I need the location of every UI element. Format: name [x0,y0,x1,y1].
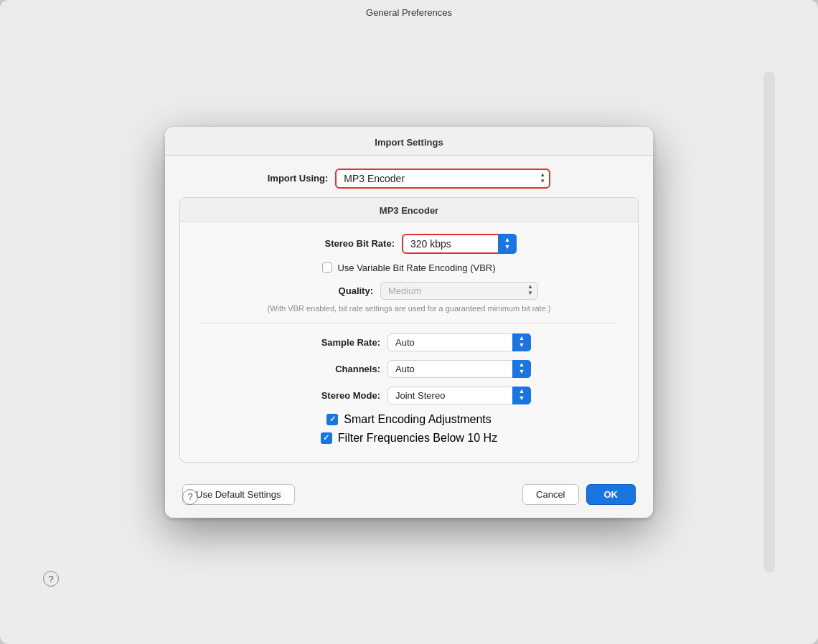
dialog-title: Import Settings [165,127,653,156]
channels-row: Channels: Auto Mono Stereo ▲ ▼ [202,360,616,378]
quality-label: Quality: [280,285,373,296]
sample-rate-select-wrapper: Auto 8.000 kHz 11.025 kHz 22.050 kHz 44.… [387,333,531,351]
import-using-label: Import Using: [268,173,329,184]
sample-rate-row: Sample Rate: Auto 8.000 kHz 11.025 kHz 2… [202,333,616,351]
vbr-note: (With VBR enabled, bit rate settings are… [202,304,616,313]
filter-frequencies-row: Filter Frequencies Below 10 Hz [202,432,616,445]
quality-select[interactable]: Medium Low High Highest [380,282,538,300]
vbr-row: Use Variable Bit Rate Encoding (VBR) [202,262,616,273]
quality-select-wrapper: Medium Low High Highest ▲ ▼ [380,282,538,300]
stereo-bit-rate-select-wrapper: 320 kbps 256 kbps 192 kbps 128 kbps ▲ ▼ [402,234,517,254]
vbr-label-text: Use Variable Bit Rate Encoding (VBR) [337,262,495,273]
stereo-mode-select-wrapper: Joint Stereo Normal Stereo Mono ▲ ▼ [387,387,531,404]
stereo-bit-rate-label: Stereo Bit Rate: [301,238,395,249]
import-using-select-wrapper: MP3 Encoder AAC Encoder AIFF Encoder App… [335,169,550,189]
bg-help-button[interactable]: ? [43,571,59,587]
encoder-panel: MP3 Encoder Stereo Bit Rate: 320 kbps 25… [179,197,639,463]
footer-right-buttons: Cancel OK [522,484,636,505]
vbr-checkbox-label[interactable]: Use Variable Bit Rate Encoding (VBR) [322,262,495,273]
channels-label: Channels: [287,364,380,374]
dialog-footer: Use Default Settings Cancel OK ? [165,474,653,518]
divider [202,323,616,323]
import-using-row: Import Using: MP3 Encoder AAC Encoder AI… [165,156,653,197]
scroll-bar[interactable] [763,72,775,572]
stereo-mode-select[interactable]: Joint Stereo Normal Stereo Mono [387,387,531,404]
filter-frequencies-label: Filter Frequencies Below 10 Hz [338,432,497,445]
smart-encoding-row: Smart Encoding Adjustments [202,413,616,426]
bg-window-title: General Preferences [366,0,452,22]
help-button[interactable]: ? [182,489,198,505]
smart-encoding-checkbox[interactable] [326,414,338,425]
import-settings-dialog: Import Settings Import Using: MP3 Encode… [165,127,653,518]
smart-encoding-label: Smart Encoding Adjustments [344,413,491,426]
encoder-content: Stereo Bit Rate: 320 kbps 256 kbps 192 k… [180,222,638,462]
stereo-mode-label: Stereo Mode: [287,390,380,401]
sample-rate-label: Sample Rate: [287,337,380,348]
stereo-mode-row: Stereo Mode: Joint Stereo Normal Stereo … [202,387,616,404]
stereo-bit-rate-select[interactable]: 320 kbps 256 kbps 192 kbps 128 kbps [402,234,517,254]
import-using-select[interactable]: MP3 Encoder AAC Encoder AIFF Encoder App… [335,169,550,189]
cancel-button[interactable]: Cancel [522,484,578,505]
sample-rate-select[interactable]: Auto 8.000 kHz 11.025 kHz 22.050 kHz 44.… [387,333,531,351]
encoder-panel-title: MP3 Encoder [180,198,638,222]
channels-select-wrapper: Auto Mono Stereo ▲ ▼ [387,360,531,378]
ok-button[interactable]: OK [586,484,636,505]
use-default-settings-button[interactable]: Use Default Settings [182,484,295,505]
channels-select[interactable]: Auto Mono Stereo [387,360,531,378]
filter-frequencies-checkbox[interactable] [321,432,332,444]
stereo-bit-rate-row: Stereo Bit Rate: 320 kbps 256 kbps 192 k… [202,234,616,254]
quality-row: Quality: Medium Low High Highest ▲ ▼ [202,282,616,300]
vbr-checkbox[interactable] [322,262,332,273]
